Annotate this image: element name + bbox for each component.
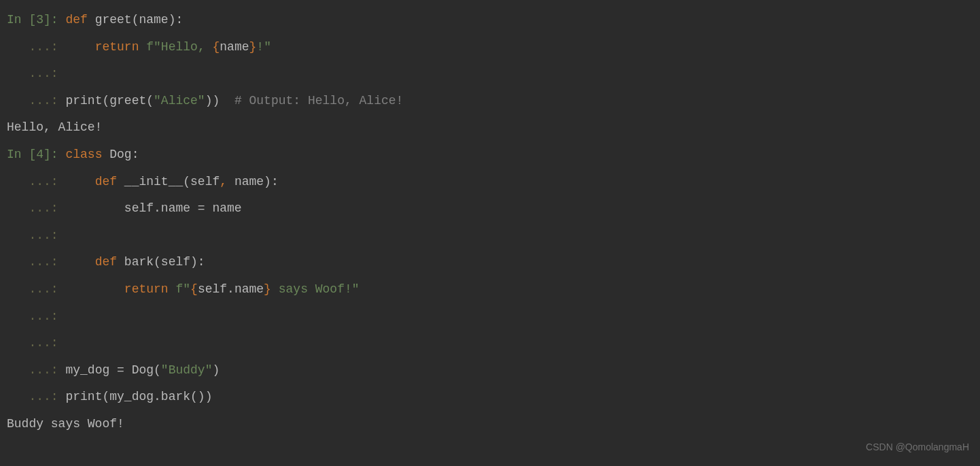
continuation-prompt: ...: [7,255,58,269]
continuation-prompt: ...: [7,175,58,188]
output-line: Hello, Alice! [7,114,973,142]
continuation-prompt: ...: [7,40,58,54]
continuation-prompt: ...: [7,67,58,80]
code-token: def [65,13,87,27]
code-token [58,148,66,161]
code-token: name): [227,175,279,188]
code-token [58,282,124,296]
code-token: class [65,148,102,161]
code-line: In [3]: def greet(name): [7,7,973,34]
code-token: { [212,40,220,54]
code-token: print(greet( [58,94,154,107]
code-line: ...: [7,61,973,88]
code-line: ...: [7,330,973,357]
code-token: greet(name): [88,13,183,27]
code-line: ...: [7,303,973,331]
code-token: } [264,282,271,296]
code-token [58,175,95,188]
ipython-terminal[interactable]: In [3]: def greet(name): ...: return f"H… [7,7,973,438]
continuation-prompt: ...: [7,282,58,296]
code-token [58,255,95,269]
code-token: ) [212,363,220,377]
code-token: , [220,175,227,188]
code-token: says Woof!" [271,282,360,296]
continuation-prompt: ...: [7,310,58,323]
code-token: def [95,255,117,269]
code-token: )) [205,94,234,107]
code-token: } [249,40,257,54]
code-token: name [220,40,249,54]
code-token: __init__(self [117,175,220,188]
code-token: def [95,175,117,188]
code-line: ...: print(greet("Alice")) # Output: Hel… [7,88,973,115]
output-line: Buddy says Woof! [7,411,973,438]
code-token: f"Hello, [146,40,212,54]
code-line: ...: return f"{self.name} says Woof!" [7,276,973,303]
code-token: "Buddy" [161,363,213,377]
code-token: { [190,282,198,296]
continuation-prompt: ...: [7,229,58,242]
code-token [139,40,146,54]
code-token: bark(self): [117,255,205,269]
code-line: ...: self.name = name [7,195,973,222]
code-line: ...: def __init__(self, name): [7,169,973,196]
code-token: return [124,282,169,296]
code-token: return [95,40,139,54]
continuation-prompt: ...: [7,94,58,107]
code-token: my_dog = Dog( [58,363,161,377]
code-token: "Alice" [154,94,205,107]
code-line: ...: return f"Hello, {name}!" [7,34,973,61]
code-token: Dog: [102,148,139,161]
input-prompt: In [3]: [7,13,58,27]
code-token [58,13,66,27]
continuation-prompt: ...: [7,363,58,377]
continuation-prompt: ...: [7,336,58,350]
code-line: ...: print(my_dog.bark()) [7,384,973,411]
code-token: !" [256,40,271,54]
code-token: self.name [198,282,264,296]
input-prompt: In [4]: [7,148,58,161]
continuation-prompt: ...: [7,390,58,403]
code-line: ...: def bark(self): [7,249,973,276]
code-token [169,282,176,296]
code-token: # Output: Hello, Alice! [234,94,403,107]
code-line: In [4]: class Dog: [7,142,973,169]
continuation-prompt: ...: [7,201,58,215]
code-token [58,40,95,54]
code-token: print(my_dog.bark()) [58,390,213,403]
watermark: CSDN @QomolangmaH [866,437,969,458]
code-token: f" [175,282,190,296]
code-token: self.name = name [58,201,242,215]
code-line: ...: my_dog = Dog("Buddy") [7,357,973,384]
code-line: ...: [7,222,973,250]
